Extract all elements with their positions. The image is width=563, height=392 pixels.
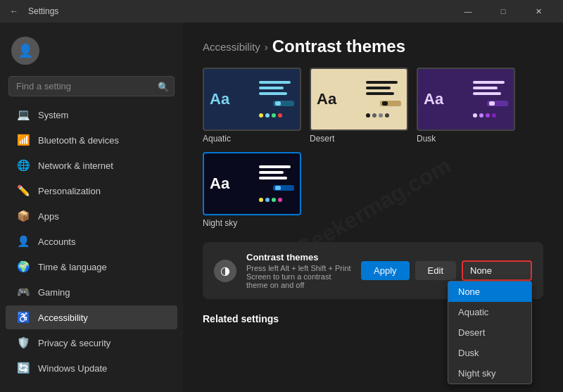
theme-preview-aquatic: Aa [203,68,301,131]
sidebar-item-gaming[interactable]: 🎮 Gaming [6,280,177,304]
search-input[interactable] [8,76,175,96]
breadcrumb: Accessibility › Contrast themes [203,37,543,56]
dropdown-item-aquatic[interactable]: Aquatic [448,302,531,322]
sidebar-profile: 👤 [0,28,183,73]
contrast-section: ◑ Contrast themes Press left Alt + left … [203,242,543,299]
page-title: Contrast themes [272,37,405,56]
theme-card-aquatic[interactable]: Aa [203,68,301,144]
sidebar-item-system[interactable]: 💻 System [6,103,177,127]
time-icon: 🌍 [17,260,30,273]
titlebar-left: ← Settings [8,6,58,17]
theme-card-nightsky[interactable]: Aa [203,152,301,228]
sidebar: 👤 🔍 💻 System 📶 Bluetooth & devices 🌐 Net… [0,23,183,392]
sidebar-item-windows-update[interactable]: 🔄 Windows Update [6,356,177,380]
privacy-icon: 🛡️ [17,336,30,349]
apps-icon: 📦 [17,210,30,222]
sidebar-item-system-label: System [38,110,68,120]
breadcrumb-parent[interactable]: Accessibility [203,41,260,53]
breadcrumb-sep: › [265,41,268,53]
gaming-icon: 🎮 [17,286,30,298]
sidebar-item-time[interactable]: 🌍 Time & language [6,255,177,279]
sidebar-item-windows-update-label: Windows Update [38,363,107,374]
bluetooth-icon: 📶 [17,134,30,146]
preview-aa-desert: Aa [317,90,336,108]
back-button[interactable]: ← [8,6,20,17]
theme-card-desert[interactable]: Aa [310,68,408,144]
preview-aa-nightsky: Aa [210,175,229,193]
accounts-icon: 👤 [17,235,30,248]
accessibility-icon: ♿ [17,311,30,324]
avatar: 👤 [11,37,39,65]
sidebar-item-time-label: Time & language [38,262,107,272]
theme-name-desert: Desert [310,134,408,144]
preview-aa-aquatic: Aa [210,90,229,108]
theme-preview-dusk: Aa [417,68,515,131]
dropdown-container: None None Aquatic Desert Dusk Night sky [462,260,532,281]
contrast-title: Contrast themes [246,252,351,263]
apply-button[interactable]: Apply [361,261,410,280]
dropdown-item-nightsky[interactable]: Night sky [448,363,531,384]
sidebar-item-bluetooth[interactable]: 📶 Bluetooth & devices [6,128,177,152]
preview-aa-dusk: Aa [424,90,443,108]
avatar-icon: 👤 [18,43,33,58]
theme-preview-desert: Aa [310,68,408,131]
titlebar: ← Settings — □ ✕ [0,0,563,23]
contrast-icon: ◑ [214,260,236,282]
sidebar-item-network[interactable]: 🌐 Network & internet [6,153,177,177]
sidebar-item-personalization[interactable]: ✏️ Personalization [6,179,177,203]
theme-name-aquatic: Aquatic [203,134,301,144]
theme-grid: Aa [203,68,543,228]
content-area: Geekermag.com Accessibility › Contrast t… [183,23,563,392]
dropdown-item-desert[interactable]: Desert [448,322,531,343]
sidebar-item-privacy[interactable]: 🛡️ Privacy & security [6,331,177,355]
windows-update-icon: 🔄 [17,362,30,374]
dropdown-selected[interactable]: None [462,260,532,281]
dropdown-item-none[interactable]: None [448,282,531,302]
main-layout: 👤 🔍 💻 System 📶 Bluetooth & devices 🌐 Net… [0,23,563,392]
sidebar-item-gaming-label: Gaming [38,287,70,298]
sidebar-item-apps-label: Apps [38,211,59,222]
sidebar-item-privacy-label: Privacy & security [38,338,110,348]
network-icon: 🌐 [17,159,30,172]
theme-name-dusk: Dusk [417,134,515,144]
dropdown-item-dusk[interactable]: Dusk [448,343,531,363]
sidebar-item-accessibility-label: Accessibility [38,312,88,323]
sidebar-item-accounts[interactable]: 👤 Accounts [6,229,177,253]
theme-name-nightsky: Night sky [203,218,301,228]
personalization-icon: ✏️ [17,184,30,197]
minimize-button[interactable]: — [452,0,484,23]
titlebar-controls: — □ ✕ [452,0,555,23]
contrast-actions: Apply Edit None None Aquatic Desert Dusk… [361,260,532,281]
search-box: 🔍 [8,76,175,96]
sidebar-item-accessibility[interactable]: ♿ Accessibility [6,305,177,329]
close-button[interactable]: ✕ [522,0,555,23]
sidebar-item-bluetooth-label: Bluetooth & devices [38,135,119,146]
sidebar-item-accounts-label: Accounts [38,236,75,247]
dropdown-menu: None Aquatic Desert Dusk Night sky [448,281,532,384]
contrast-desc: Press left Alt + left Shift + Print Scre… [246,264,351,289]
edit-button[interactable]: Edit [415,261,456,280]
theme-preview-nightsky: Aa [203,152,301,215]
search-icon: 🔍 [158,81,169,91]
sidebar-item-apps[interactable]: 📦 Apps [6,204,177,228]
sidebar-item-personalization-label: Personalization [38,186,101,196]
titlebar-title: Settings [28,6,58,16]
system-icon: 💻 [17,108,30,121]
maximize-button[interactable]: □ [487,0,519,23]
contrast-text: Contrast themes Press left Alt + left Sh… [246,252,351,289]
theme-card-dusk[interactable]: Aa [417,68,515,144]
sidebar-item-network-label: Network & internet [38,160,113,171]
